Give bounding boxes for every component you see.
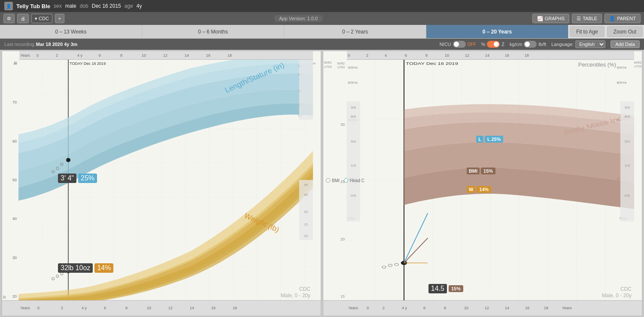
y-label-30: 30: [12, 256, 17, 260]
percent-label: %: [481, 42, 486, 47]
height-value-bubble: 3' 4": [58, 174, 76, 183]
settings-button[interactable]: ⚙: [3, 14, 15, 23]
right-chart-cdc-title: CDC Male, 0 - 20y: [602, 286, 632, 299]
bmi-numeric-value: 14.5: [428, 284, 447, 293]
y-label-50: 50: [12, 178, 17, 182]
x-ticks-svg-bottom-left: Years 0 2 4 y 6 8 10 12 14 16 18: [19, 301, 321, 316]
y-30: 30: [340, 122, 345, 127]
L-label-bubble: L: [476, 136, 483, 143]
svg-text:12: 12: [485, 306, 489, 310]
weight-prev-3: [61, 272, 63, 275]
left-chart-cdc-title: CDC Male, 0 - 20y: [281, 286, 310, 299]
L-bubble-group: L L 25%: [476, 136, 503, 143]
svg-text:2: 2: [56, 53, 58, 58]
patient-avatar: 👤: [4, 2, 13, 10]
svg-text:4 y: 4 y: [77, 53, 83, 58]
unit-toggle[interactable]: [524, 41, 537, 48]
print-button[interactable]: 🖨: [17, 14, 29, 23]
nicu-toggle[interactable]: [453, 41, 466, 48]
x-axis-bottom-right: Years 0 2 4 y 6 8 10 12 14 16 18 Years: [323, 300, 642, 316]
dob-value: Dec 16 2015: [92, 3, 121, 9]
y-axis-right-in: in: [313, 61, 321, 300]
bmi-prev-1: [382, 266, 386, 268]
pct-50-bmi-l: 50: [351, 140, 357, 143]
pct-95-bmi-l: 95: [351, 106, 357, 110]
weight-value-bubble: 32lb 10oz: [58, 263, 93, 273]
svg-text:6: 6: [104, 306, 106, 310]
tab-0-2-years[interactable]: 0 – 2 Years: [284, 25, 426, 38]
pct-85-bmi: 85: [625, 115, 631, 119]
x-axis-top-right: 0 2 4 6 8 10 12 14 16 18: [347, 51, 634, 60]
pct-50-lb: 50: [304, 210, 308, 214]
svg-text:18: 18: [544, 306, 548, 310]
unit-toggle-knob: [525, 42, 530, 47]
tab-0-13-weeks[interactable]: 0 – 13 Weeks: [0, 25, 142, 38]
cdc-button[interactable]: ▾ CDC: [31, 14, 52, 23]
svg-text:0: 0: [37, 306, 39, 310]
fit-to-age-button[interactable]: Fit to Age: [570, 26, 605, 37]
bmi-legend: BMI Head C: [326, 178, 365, 183]
svg-text:4 y: 4 y: [402, 306, 407, 310]
W-label-bubble: W: [467, 186, 475, 193]
bmi-legend-item[interactable]: BMI: [326, 178, 340, 183]
svg-text:95%: 95%: [348, 66, 358, 70]
svg-text:85%: 85%: [617, 81, 627, 85]
svg-text:95%: 95%: [617, 66, 627, 70]
BMI-bubble-group: BMI 15%: [467, 168, 495, 174]
status-right-controls: NICU OFF % Z kg/cm lb/ft Language: Engli…: [440, 40, 640, 48]
pct-box-in: [299, 60, 313, 120]
percent-toggle[interactable]: [487, 41, 500, 48]
svg-text:16: 16: [525, 306, 529, 310]
graphs-button[interactable]: 📈 GRAPHS: [532, 14, 569, 23]
zoom-out-button[interactable]: Zoom Out: [607, 26, 643, 37]
table-button[interactable]: ☰ TABLE: [572, 14, 602, 23]
parent-button[interactable]: 👤 PARENT: [605, 14, 641, 23]
height-measurement-label: 3' 4" 25%: [58, 174, 97, 183]
svg-text:2: 2: [383, 306, 385, 310]
parent-icon: 👤: [609, 16, 615, 21]
svg-text:8: 8: [125, 306, 128, 310]
svg-text:8: 8: [444, 306, 446, 310]
bmi-pct-value: 15%: [449, 285, 463, 292]
weight-pct-bubble: 14%: [94, 263, 113, 273]
svg-text:85%: 85%: [348, 81, 358, 85]
svg-text:16: 16: [206, 53, 210, 58]
svg-text:16: 16: [505, 53, 509, 58]
svg-text:Years: Years: [562, 306, 572, 310]
x-ticks-svg-bottom-right: Years 0 2 4 y 6 8 10 12 14 16 18 Years: [347, 301, 642, 316]
lbft2-unit-label: lb/ft2x703: [324, 61, 331, 69]
svg-text:14: 14: [190, 306, 194, 310]
title-bar: 👤 Telly Tub Ble sex male dob Dec 16 2015…: [0, 0, 644, 12]
language-select[interactable]: English Spanish: [575, 40, 605, 48]
svg-text:0: 0: [348, 53, 350, 58]
pct-95-lb: 95: [304, 183, 308, 187]
svg-text:12: 12: [465, 53, 469, 58]
svg-text:14: 14: [485, 53, 489, 58]
tab-0-6-months[interactable]: 0 – 6 Months: [142, 25, 284, 38]
cdc-subtitle-left: Male, 0 - 20y: [281, 293, 310, 299]
svg-text:6: 6: [99, 53, 101, 58]
pct-85-lb: 85: [304, 193, 308, 197]
cdc-subtitle-right: Male, 0 - 20y: [602, 293, 632, 299]
lb-axis-label: lb: [3, 295, 6, 299]
svg-text:6: 6: [405, 53, 407, 58]
headc-legend-dot: [344, 178, 348, 183]
svg-text:0: 0: [36, 53, 39, 58]
weight-prev-1: [52, 277, 55, 280]
add-chart-button[interactable]: +: [55, 14, 64, 23]
unit-toggle-group: kg/cm lb/ft: [510, 41, 546, 48]
add-data-button[interactable]: Add Data: [611, 40, 640, 48]
pct-15-bmi: 15: [625, 164, 631, 168]
pct-15-bmi-l: 15: [351, 164, 357, 168]
x-axis-bottom-left: Years 0 2 4 y 6 8 10 12 14 16 18: [2, 300, 321, 316]
bmi-prev-3: [395, 263, 398, 266]
headc-legend-item[interactable]: Head C: [344, 178, 365, 183]
height-pct-bubble: 25%: [78, 174, 97, 183]
svg-text:TODAY Dec 16 2019: TODAY Dec 16 2019: [70, 61, 106, 66]
percentiles-title: Percentiles (%): [578, 61, 616, 68]
tab-0-20-years[interactable]: 0 – 20 Years: [426, 25, 568, 38]
svg-text:12: 12: [163, 53, 167, 58]
svg-text:8: 8: [425, 53, 428, 58]
charts-container: Years 0 2 4 y 6 8 10 12 14 16 18 in 70 6…: [0, 50, 644, 317]
svg-text:Years: Years: [20, 306, 30, 310]
